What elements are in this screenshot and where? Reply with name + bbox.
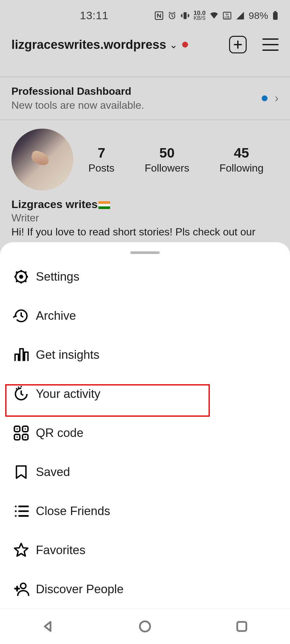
menu-archive[interactable]: Archive [7, 296, 283, 335]
svg-point-18 [15, 510, 17, 512]
volte-icon: VoLTE [223, 11, 232, 20]
nfc-icon [154, 11, 164, 20]
alarm-icon [167, 11, 177, 20]
menu-settings[interactable]: Settings [7, 257, 283, 296]
svg-point-1 [169, 13, 175, 19]
chevron-right-icon: › [275, 91, 279, 105]
svg-rect-0 [155, 12, 163, 19]
menu-discover-people[interactable]: Discover People [7, 570, 283, 609]
stat-following[interactable]: 45 Following [220, 145, 264, 174]
display-name: Lizgraces writes [11, 198, 279, 211]
status-bar: 13:11 10.0KB/S VoLTE 98% [0, 0, 290, 31]
battery-icon [272, 11, 279, 20]
svg-rect-22 [237, 622, 246, 631]
menu-close-friends[interactable]: Close Friends [7, 492, 283, 531]
menu-favorites[interactable]: Favorites [7, 531, 283, 570]
svg-rect-2 [183, 12, 186, 19]
bio-text: Hi! If you love to read short stories! P… [11, 226, 279, 238]
username[interactable]: lizgraceswrites.wordpress [11, 38, 166, 52]
menu-qr-code[interactable]: QR code [7, 413, 283, 453]
nav-home-icon[interactable] [138, 620, 152, 633]
discover-people-icon [7, 581, 36, 597]
vibrate-icon [181, 11, 190, 20]
stat-followers[interactable]: 50 Followers [145, 145, 189, 174]
banner-subtitle: New tools are now available. [11, 99, 144, 111]
notification-dot [182, 42, 188, 48]
svg-text:LTE: LTE [225, 16, 230, 19]
stat-posts[interactable]: 7 Posts [88, 145, 114, 174]
profile-bio: Lizgraces writes Writer Hi! If you love … [11, 198, 279, 238]
qr-icon [7, 425, 36, 441]
status-time: 13:11 [80, 9, 109, 22]
signal-icon [236, 11, 245, 20]
menu-your-activity[interactable]: Your activity [7, 374, 283, 413]
archive-icon [7, 308, 36, 324]
menu-saved[interactable]: Saved [7, 453, 283, 492]
data-rate: 10.0KB/S [194, 10, 206, 21]
profile-stats: 7 Posts 50 Followers 45 Following [0, 129, 290, 190]
create-button[interactable] [229, 36, 247, 53]
battery-percent: 98% [249, 10, 268, 21]
svg-rect-3 [223, 12, 231, 19]
activity-icon [7, 386, 36, 402]
svg-rect-7 [274, 11, 277, 12]
svg-point-15 [24, 428, 26, 429]
insights-icon [7, 347, 36, 363]
svg-point-21 [140, 621, 150, 632]
nav-back-icon[interactable] [41, 620, 55, 633]
banner-title: Professional Dashboard [11, 85, 144, 97]
category: Writer [11, 212, 279, 224]
svg-point-9 [19, 275, 23, 279]
profile-header: lizgraceswrites.wordpress ⌄ [0, 36, 290, 61]
svg-point-16 [16, 436, 18, 438]
menu-list: Settings Archive Get insights Your activ… [0, 257, 290, 644]
gear-icon [7, 269, 36, 285]
star-icon [7, 542, 36, 558]
chevron-down-icon[interactable]: ⌄ [169, 39, 178, 50]
banner-dot [262, 95, 268, 101]
menu-insights[interactable]: Get insights [7, 335, 283, 374]
avatar[interactable] [11, 129, 73, 190]
svg-point-17 [24, 436, 26, 438]
svg-point-14 [16, 428, 18, 429]
menu-bottom-sheet: Settings Archive Get insights Your activ… [0, 242, 290, 644]
wifi-icon [210, 11, 219, 20]
hamburger-menu-icon[interactable] [262, 38, 279, 51]
bookmark-icon [7, 464, 36, 480]
professional-dashboard-banner[interactable]: Professional Dashboard New tools are now… [0, 77, 290, 120]
nav-recents-icon[interactable] [235, 620, 249, 633]
svg-text:Vo: Vo [225, 13, 229, 16]
flag-india-icon [98, 201, 110, 209]
svg-rect-6 [273, 12, 278, 20]
sheet-grabber[interactable] [130, 251, 160, 254]
android-nav-bar [0, 608, 290, 644]
svg-point-19 [21, 583, 26, 589]
close-friends-icon [7, 503, 36, 519]
